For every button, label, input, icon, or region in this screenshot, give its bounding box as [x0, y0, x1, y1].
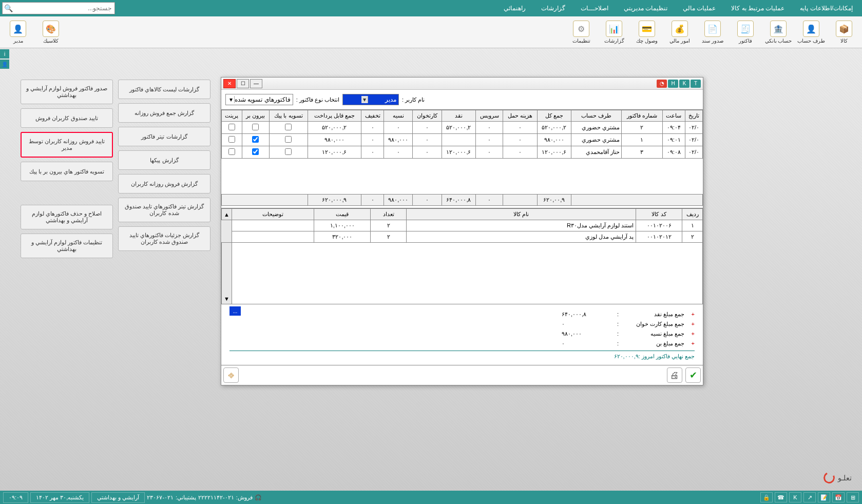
peyk-checkbox[interactable] [285, 148, 292, 155]
side-btn-settle-delivery-invoices[interactable]: تسويه فاكتور هاي بيرون بر با پيك [21, 162, 113, 181]
side-btn-user-daily-sales-report[interactable]: گزارش فروش روزانه كاربران [118, 174, 210, 193]
badge-k: K [679, 80, 689, 88]
toolbar-right-group: 📦كالا 👤طرف حساب 🏦حساب بانكي 🧾فاكتور 📄صدو… [566, 18, 859, 46]
toolbar: 📦كالا 👤طرف حساب 🏦حساب بانكي 🧾فاكتور 📄صدو… [0, 16, 862, 48]
side-col-right: صدور فاكتور فروش لوازم آرايشي و بهداشتي … [21, 80, 113, 258]
tool-goods[interactable]: 📦كالا [829, 18, 859, 46]
goods-icon: 📦 [836, 21, 852, 37]
tool-account-party[interactable]: 👤طرف حساب [796, 18, 826, 46]
table-row[interactable]: ٠٢/٠٠٩:٠۴٢مشتري حضوري٢,۵٢٠,٠٠٠٠٠٢,۵٢٠,٠٠… [222, 122, 703, 134]
side-btn-daily-sales-sum[interactable]: گزارش جمع فروش روزانه [118, 103, 210, 123]
more-button[interactable]: ... [229, 306, 241, 316]
main-menu-bar: إمكانات/اطلاعات پايه عمليات مرتبط به كال… [0, 0, 862, 16]
edge-info-icon[interactable]: i [0, 49, 9, 59]
print-checkbox[interactable] [228, 136, 235, 143]
summary-total-row: جمع نهايي فاكتور امروز : ٩,۶٢٠,٠٠٠ [229, 351, 695, 360]
search-box: 🔍 [2, 2, 115, 14]
print-checkbox[interactable] [228, 124, 235, 130]
menu-help[interactable]: راهنمائي [496, 2, 533, 15]
toolbar-left-group: 🎨كلاسيك 👤مدير [3, 18, 66, 46]
out-checkbox[interactable] [252, 124, 259, 130]
side-col-left: گزارشات ليست كالاهاي فاكتور گزارش جمع فر… [118, 80, 210, 258]
side-btn-confirmed-header-report[interactable]: گزارش تيتر فاكتورهاي تاييد صندوق شده كار… [118, 198, 210, 222]
tool-classic[interactable]: 🎨كلاسيك [36, 18, 66, 46]
confirm-button[interactable]: ✔ [685, 367, 701, 383]
print-button[interactable]: 🖨 [667, 367, 682, 383]
side-btn-confirm-daily-sales-by-admin[interactable]: تاييد فروش روزانه كاربران توسط مدير [21, 132, 113, 158]
peyk-checkbox[interactable] [285, 124, 292, 130]
grid2-header-row: رديف كد كالا نام كالا تعداد قيمت توضيحات… [222, 209, 703, 220]
status-note-icon[interactable]: 📝 [818, 492, 830, 502]
status-share-icon[interactable]: ↗ [803, 492, 816, 502]
tool-bank[interactable]: 🏦حساب بانكي [763, 18, 793, 46]
peyk-checkbox[interactable] [285, 136, 292, 143]
status-key-icon[interactable]: K [789, 492, 801, 502]
user-label: نام كاربر : [402, 96, 425, 103]
status-right-icons: ⊞ 📅 📝 ↗ K ☎ 🔒 [760, 492, 859, 502]
side-btn-cosmetic-invoice-settings[interactable]: تنظيمات فاكتور لوازم آرايشي و بهداشتي [21, 234, 113, 258]
out-checkbox[interactable] [252, 148, 259, 155]
badge-logo-icon: ◔ [657, 80, 667, 88]
side-btn-issue-cosmetic-invoice[interactable]: صدور فاكتور فروش لوازم آرايشي و بهداشتي [21, 80, 113, 104]
invoice-type-select[interactable]: فاكتورهاي تسويه شده ▾ [225, 94, 293, 105]
window-title-badges: T K H ◔ [657, 80, 701, 88]
status-date: يكشنبه,٣٠ مهر ١۴٠٢ [30, 492, 89, 503]
admin-icon: 👤 [10, 21, 26, 37]
user-select[interactable]: مدير ▾ [342, 94, 399, 105]
badge-h: H [668, 80, 678, 88]
window-titlebar: T K H ◔ — ☐ ✕ [221, 77, 703, 90]
menu-base[interactable]: إمكانات/اطلاعات پايه [793, 2, 860, 15]
menu-finance-ops[interactable]: عمليات مالي [676, 2, 723, 15]
maximize-button[interactable]: ☐ [237, 79, 249, 88]
tool-finance[interactable]: 💰امور مالي [665, 18, 695, 46]
status-phone-icon[interactable]: ☎ [775, 492, 787, 502]
tool-reports[interactable]: 📊گزارشات [599, 18, 629, 46]
chevron-down-icon: ▾ [361, 96, 368, 103]
search-input[interactable] [14, 5, 114, 12]
side-btn-confirmed-detail-report[interactable]: گزارش جزئيات فاكتورهاي تاييد صندوق شده ك… [118, 226, 210, 251]
invoices-grid: تاريخ ساعت شماره فاكتور طرف حساب جمع كل … [221, 109, 703, 206]
tool-voucher[interactable]: 📄صدور سند [698, 18, 727, 46]
side-btn-invoice-header-report[interactable]: گزارشات تيتر فاكتور [118, 127, 210, 146]
status-calendar-icon[interactable]: 📅 [832, 492, 845, 502]
invoice-icon: 🧾 [737, 21, 754, 37]
tool-cheque[interactable]: 💳وصول چك [632, 18, 662, 46]
table-row[interactable]: ١٠٠١٠٢٠٠۶استند لوازم آرايشي مدلR٣٠٢١,١٠٠… [222, 220, 703, 231]
search-icon[interactable]: 🔍 [3, 4, 14, 12]
gear-icon: ⚙ [573, 21, 589, 37]
out-checkbox[interactable] [252, 136, 259, 143]
invoice-type-label: انتخاب نوع فاكتور : [296, 96, 339, 103]
menu-corrections[interactable]: اصلاحـــات [573, 2, 616, 15]
side-btn-couriers-report[interactable]: گزارش پيكها [118, 150, 210, 170]
status-grid-icon[interactable]: ⊞ [847, 492, 859, 502]
money-icon: 💰 [672, 21, 688, 37]
side-btn-edit-delete-cosmetic-invoice[interactable]: اصلاح و حذف فاكتورهاي لوازم آرايشي و بهد… [21, 205, 113, 229]
tool-settings[interactable]: ⚙تنظيمات [566, 18, 596, 46]
status-time: ٠٩:٠٩ [3, 492, 28, 503]
table-row[interactable]: ٠٢/٠٠٩:٠١١مشتري حضوري٩٨٠,٠٠٠٠٠٠٩٨٠,٠٠٠٠٩… [222, 134, 703, 146]
summary-row: +جمع مبلغ بن:٠ [229, 339, 695, 348]
close-button[interactable]: ✕ [223, 79, 236, 88]
edge-user-icon[interactable]: 👤 [0, 60, 9, 69]
menu-goods-ops[interactable]: عمليات مرتبط به كالا [724, 2, 792, 15]
brand-logo: تعلـو [823, 472, 852, 483]
menu-reports[interactable]: گزارشات [534, 2, 572, 15]
menu-mgmt-settings[interactable]: تنظيمات مديريتي [617, 2, 675, 15]
table-row[interactable]: ٠٢/٠٠٩:٠٨٣حناز آقامحمدي۶,١٢٠,٠٠٠٠٠۶,١٢٠,… [222, 146, 703, 159]
palette-icon: 🎨 [43, 21, 59, 37]
side-btn-invoice-items-report[interactable]: گزارشات ليست كالاهاي فاكتور [118, 80, 210, 99]
exit-button[interactable]: ⎆ [223, 367, 239, 383]
side-btn-confirm-user-cashbox[interactable]: تاييد صندوق كاربران فروش [21, 108, 113, 128]
table-row[interactable]: ٢٠٠١٠٢٠١٢پد آرايشي مدل لوزي٢٣٢٠,٠٠٠ [222, 231, 703, 243]
grid1-sum-row: ٩,۶٢٠,٠٠ ٠ ٨,۶۴٠,٠٠٠ ٠ ٩٨٠,٠٠٠ ٠ ٩,۶٢٠,٠… [222, 195, 703, 206]
tool-admin[interactable]: 👤مدير [3, 18, 33, 46]
chevron-down-icon: ▾ [228, 96, 235, 103]
tool-invoice[interactable]: 🧾فاكتور [731, 18, 760, 46]
minimize-button[interactable]: — [250, 79, 262, 88]
print-checkbox[interactable] [228, 148, 235, 155]
status-lock-icon[interactable]: 🔒 [760, 492, 773, 502]
menu-items: إمكانات/اطلاعات پايه عمليات مرتبط به كال… [496, 2, 860, 15]
scroll-down-icon[interactable]: ▼ [222, 243, 232, 304]
left-edge-icons: i 👤 [0, 49, 9, 69]
scroll-up-icon[interactable]: ▲ [222, 209, 232, 220]
